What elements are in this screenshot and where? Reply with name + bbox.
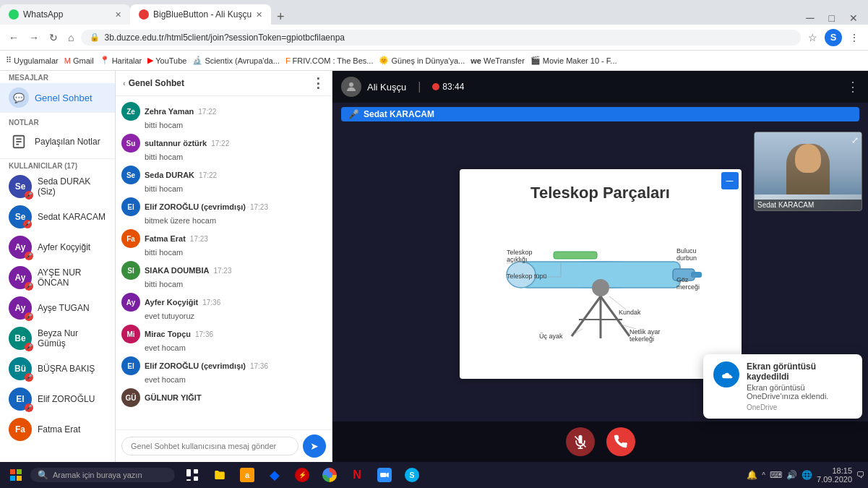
bookmark-moviemaker[interactable]: 🎬 Movie Maker 10 - F... xyxy=(530,56,617,65)
user-name-elif: Elif ZOROĞLU xyxy=(38,394,95,404)
app5-button[interactable]: ⚡ xyxy=(289,462,315,488)
bookmark-maps[interactable]: 📍 Haritalar xyxy=(100,56,142,65)
back-button[interactable]: ← xyxy=(6,29,22,46)
msg-avatar-se: Se xyxy=(121,166,140,184)
svg-rect-44 xyxy=(186,469,191,476)
mic-muted-icon-2: 🎤 xyxy=(23,220,32,228)
mic-muted-icon-8: 🎤 xyxy=(25,403,33,412)
chat-send-button[interactable]: ➤ xyxy=(303,435,326,458)
bookmark-gunes[interactable]: 🌞 Güneş in Dünya'ya... xyxy=(379,56,465,65)
svg-line-13 xyxy=(601,296,629,336)
svg-rect-43 xyxy=(17,476,22,481)
msg-name-3: Elif ZOROĞLU (çevrimdışı) xyxy=(145,202,246,211)
left-sidebar: MESAJLAR 💬 Genel Sohbet NOTLAR Paylaşıla… xyxy=(0,71,116,462)
bookmark-youtube[interactable]: ▶ YouTube xyxy=(147,56,186,65)
bookmark-button[interactable]: ☆ xyxy=(805,29,820,46)
msg-name-5: SIAKA DOUMBIA xyxy=(145,266,209,275)
amazon-button[interactable]: a xyxy=(234,462,260,488)
taskbar-search[interactable]: 🔍 Aramak için buraya yazın xyxy=(30,468,175,482)
maximize-button[interactable]: □ xyxy=(823,12,841,24)
bookmark-gmail[interactable]: M Gmail xyxy=(64,56,94,65)
profile-button[interactable]: S xyxy=(825,29,842,46)
slide-minimize-button[interactable]: ─ xyxy=(721,172,739,189)
user-item-busra[interactable]: Bü 🎤 BÜŞRA BAKIŞ xyxy=(0,354,115,384)
chrome-button[interactable] xyxy=(317,462,343,488)
msg-time-1: 17:22 xyxy=(211,140,229,147)
tab-whatsapp[interactable]: WhatsApp ✕ xyxy=(0,4,130,25)
bookmarks-bar: ⠿ Uygulamalar M Gmail 📍 Haritalar ▶ YouT… xyxy=(0,51,868,71)
tab-whatsapp-close[interactable]: ✕ xyxy=(115,10,121,20)
bookmark-wetransfer[interactable]: we WeTransfer xyxy=(470,56,525,65)
extensions-button[interactable]: ⋮ xyxy=(846,29,862,46)
svg-line-12 xyxy=(572,296,601,336)
video-header-left: Ali Kuşçu | 83:44 xyxy=(341,77,464,97)
video-more-icon[interactable]: ⋮ xyxy=(846,79,859,95)
network-icon[interactable]: 🌐 xyxy=(802,470,812,480)
svg-text:tekerleği: tekerleği xyxy=(629,335,654,343)
genel-sohbet-button[interactable]: 💬 Genel Sohbet xyxy=(0,83,115,112)
close-button[interactable]: ✕ xyxy=(843,12,864,24)
presenter-name-tag: Sedat KARACAM xyxy=(755,200,861,210)
tab-bbb-label: BigBlueButton - Ali Kuşçu xyxy=(153,9,252,20)
bookmark-apps[interactable]: ⠿ Uygulamalar xyxy=(6,56,59,65)
gmail-favicon: M xyxy=(64,56,71,65)
friv-favicon: F xyxy=(285,56,291,65)
moviemaker-favicon: 🎬 xyxy=(530,56,541,65)
msg-text-3: bitmek üzere hocam xyxy=(121,216,326,225)
user-name-fatma: Fatma Erat xyxy=(38,424,80,435)
chevron-left-icon[interactable]: ‹ xyxy=(123,79,126,87)
paylasilm-notlar-item[interactable]: Paylaşılan Notlar xyxy=(0,128,115,155)
msg-avatar-ze: Ze xyxy=(121,102,140,121)
user-item-ayfer[interactable]: Ay 🎤 Ayfer Koçyiğit xyxy=(0,232,115,262)
svg-marker-49 xyxy=(386,473,389,478)
svg-rect-40 xyxy=(10,469,15,474)
svg-text:Teleskop: Teleskop xyxy=(507,249,533,256)
msg-name-6: Ayfer Koçyiğit xyxy=(145,298,198,307)
task-view-button[interactable] xyxy=(179,462,205,488)
msg-time-7: 17:36 xyxy=(195,330,213,338)
keyboard-icon[interactable]: ⌨ xyxy=(770,470,782,480)
user-name-aysenur: AYŞE NUR ÖNCAN xyxy=(38,267,106,288)
dropbox-button[interactable]: ◆ xyxy=(262,462,288,488)
chat-more-icon[interactable]: ⋮ xyxy=(311,75,325,91)
expand-icon[interactable]: ⤢ xyxy=(851,135,859,145)
user-item-ayse[interactable]: Ay 🎤 Ayşe TUGAN xyxy=(0,293,115,323)
show-desktop-icon[interactable]: 🔔 xyxy=(747,470,757,480)
svg-text:Teleskop tüpü: Teleskop tüpü xyxy=(507,273,547,280)
tab-bbb[interactable]: BigBlueButton - Ali Kuşçu ✕ xyxy=(130,4,271,25)
start-button[interactable] xyxy=(3,462,29,488)
user-item-seda[interactable]: Se 🎤 Seda DURAK (Siz) xyxy=(0,171,115,202)
app-area: MESAJLAR 💬 Genel Sohbet NOTLAR Paylaşıla… xyxy=(0,71,868,462)
bookmark-scientix[interactable]: 🔬 Scientix (Avrupa'da... xyxy=(192,56,279,65)
user-item-aysenur[interactable]: Ay 🎤 AYŞE NUR ÖNCAN xyxy=(0,262,115,293)
new-tab-button[interactable]: + xyxy=(271,9,291,25)
chat-message-8: El Elif ZOROĞLU (çevrimdışı) 17:36 evet … xyxy=(121,356,326,384)
tab-bbb-close[interactable]: ✕ xyxy=(256,10,262,20)
bookmark-friv[interactable]: F FRIV.COM : The Bes... xyxy=(285,56,374,65)
volume-icon[interactable]: 🔊 xyxy=(786,470,797,480)
user-item-fatma[interactable]: Fa Fatma Erat xyxy=(0,414,115,445)
notification-center-icon[interactable]: 🗨 xyxy=(856,470,865,480)
reload-button[interactable]: ↻ xyxy=(46,29,61,46)
svg-rect-48 xyxy=(380,473,386,477)
skype-button[interactable]: S xyxy=(399,462,425,488)
hangup-button[interactable] xyxy=(606,427,635,456)
user-item-elif[interactable]: El 🎤 Elif ZOROĞLU xyxy=(0,384,115,414)
netflix-button[interactable]: N xyxy=(344,462,370,488)
home-button[interactable]: ⌂ xyxy=(65,29,77,46)
user-item-beyza[interactable]: Be 🎤 Beyza Nur Gümüş xyxy=(0,323,115,354)
user-item-sedat[interactable]: Se 🎤 Sedat KARACAM xyxy=(0,202,115,232)
minimize-button[interactable]: ─ xyxy=(800,12,820,25)
file-explorer-button[interactable] xyxy=(207,462,233,488)
msg-text-8: evet hocam xyxy=(121,375,326,384)
mute-button[interactable] xyxy=(566,427,595,456)
zoom-button[interactable] xyxy=(371,462,398,488)
chevron-up-icon[interactable]: ^ xyxy=(762,471,765,479)
forward-button[interactable]: → xyxy=(26,29,42,46)
chat-input[interactable] xyxy=(121,437,298,455)
address-bar[interactable]: 🔒 3b.duzce.edu.tr/html5client/join?sessi… xyxy=(81,30,801,46)
address-text: 3b.duzce.edu.tr/html5client/join?session… xyxy=(104,33,345,43)
svg-rect-47 xyxy=(186,479,191,481)
chat-header-left: ‹ Genel Sohbet xyxy=(123,78,184,88)
taskbar-search-text: Aramak için buraya yazın xyxy=(53,471,142,479)
